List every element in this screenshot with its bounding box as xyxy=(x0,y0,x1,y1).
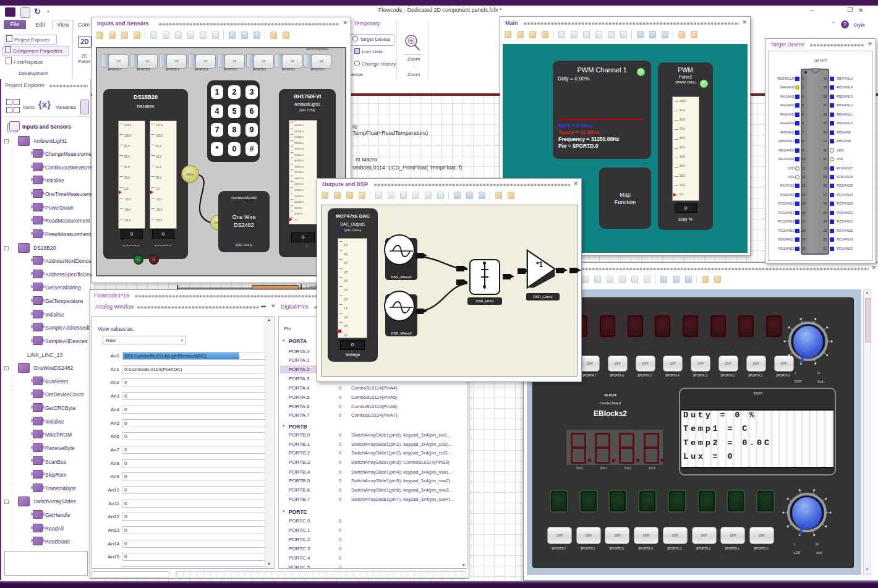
svg-text:*1: *1 xyxy=(536,260,543,268)
